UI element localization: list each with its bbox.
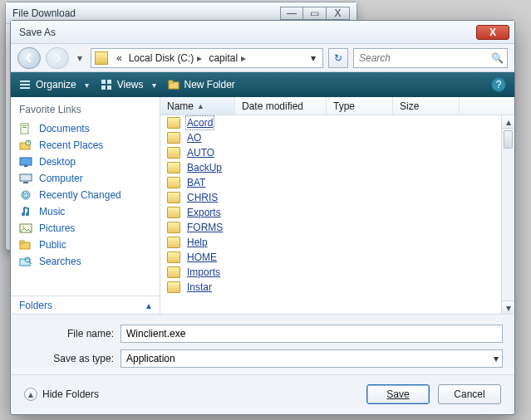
folder-row[interactable]: Exports [160,205,514,220]
breadcrumb-segment[interactable]: Local Disk (C:) [125,52,206,64]
column-name[interactable]: Name ▲ [160,97,235,115]
footer-buttons: Save Cancel [366,384,501,404]
documents-icon [19,123,32,134]
svg-rect-9 [21,124,28,134]
folder-icon [167,147,180,159]
save-as-dialog: Save As X ▾ « Local Disk (C:) capital ▾ … [10,20,515,415]
favorites-list: DocumentsRecent PlacesDesktopComputerRec… [11,120,160,295]
searches-icon [19,256,32,267]
column-type[interactable]: Type [327,97,393,115]
column-name-label: Name [167,100,194,112]
folders-label: Folders [19,300,52,311]
vertical-scrollbar[interactable]: ▴ ▾ [501,115,514,314]
music-icon [19,206,32,217]
back-button[interactable] [17,47,41,69]
dialog-title: Save As [19,27,56,38]
sidebar-item-searches[interactable]: Searches [11,253,160,270]
sidebar-item-label: Pictures [39,222,75,234]
svg-rect-0 [20,81,30,82]
column-size[interactable]: Size [393,97,460,115]
svg-rect-8 [169,81,173,83]
cancel-button[interactable]: Cancel [438,384,501,404]
folder-row[interactable]: BAT [160,175,514,190]
maximize-button[interactable]: ▭ [303,7,327,20]
chevron-down-icon: ▾ [506,302,511,314]
search-icon: 🔍 [491,52,504,64]
sidebar-item-desktop[interactable]: Desktop [11,154,160,170]
folder-row[interactable]: AUTO [160,145,514,160]
dialog-titlebar[interactable]: Save As X [11,21,514,44]
folder-row[interactable]: Help [160,235,514,250]
svg-rect-11 [22,127,27,128]
refresh-button[interactable]: ↻ [328,48,348,68]
folder-icon [167,177,180,188]
folder-row[interactable]: AO [160,130,514,145]
organize-menu[interactable]: Organize [19,79,89,90]
folder-icon [167,281,180,293]
help-button[interactable]: ? [491,77,506,92]
minimize-button[interactable]: — [280,7,303,20]
scroll-down-button[interactable]: ▾ [502,300,514,314]
scroll-thumb[interactable] [504,130,513,149]
column-size-label: Size [400,100,419,112]
sidebar-item-documents[interactable]: Documents [11,120,160,137]
folders-toggle[interactable]: Folders ▴ [11,295,160,314]
sidebar-item-recently-changed[interactable]: Recently Changed [11,187,160,203]
svg-rect-15 [24,165,27,167]
breadcrumb-dropdown[interactable]: ▾ [307,52,319,64]
hide-folders-toggle[interactable]: ▴ Hide Folders [24,388,99,401]
filename-label-text: File name: [67,328,114,339]
new-folder-button[interactable]: New Folder [168,79,235,90]
svg-rect-24 [20,241,24,243]
folder-name: FORMS [187,222,223,233]
organize-label: Organize [36,79,76,90]
command-toolbar: Organize Views New Folder ? [11,72,514,97]
sidebar-item-music[interactable]: Music [11,203,160,220]
sort-indicator-icon: ▲ [197,102,204,110]
filetype-select[interactable]: Application ▾ [120,349,503,368]
minimize-icon: — [287,7,297,19]
file-list[interactable]: AcordAOAUTOBackUpBATCHRISExportsFORMSHel… [160,115,514,314]
close-button[interactable]: X [327,7,350,20]
breadcrumb-segment[interactable]: capital [205,52,249,64]
column-date[interactable]: Date modified [235,97,327,115]
sidebar-item-label: Public [39,239,66,251]
folder-icon [167,266,180,278]
views-menu[interactable]: Views [101,79,156,90]
search-input[interactable] [359,52,502,64]
sidebar-item-public[interactable]: Public [11,237,160,253]
folder-name: CHRIS [187,192,218,203]
svg-rect-1 [20,84,30,85]
folder-row[interactable]: Imports [160,265,514,280]
forward-button[interactable] [46,47,69,69]
filename-input[interactable] [120,325,503,343]
svg-rect-3 [101,80,106,84]
save-form: File name: Save as type: Application ▾ [11,315,514,368]
svg-point-20 [26,212,29,216]
folder-row[interactable]: Acord [160,115,514,130]
chevron-down-icon: ▾ [77,52,82,64]
folder-row[interactable]: BackUp [160,160,514,175]
search-box[interactable]: 🔍 [353,48,508,68]
folder-icon [167,192,180,203]
breadcrumb-prefix: « [113,52,125,64]
sidebar-item-computer[interactable]: Computer [11,170,160,187]
folder-row[interactable]: CHRIS [160,190,514,205]
sidebar-item-label: Documents [39,123,90,134]
folder-row[interactable]: HOME [160,250,514,265]
chevron-up-icon: ▴ [146,300,151,311]
save-button[interactable]: Save [366,384,430,404]
breadcrumb[interactable]: « Local Disk (C:) capital ▾ [91,48,323,68]
filetype-value: Application [126,353,175,364]
favorites-header: Favorite Links [11,97,160,120]
sidebar-item-recent-places[interactable]: Recent Places [11,137,160,154]
folder-name: BAT [187,177,205,188]
sidebar-item-pictures[interactable]: Pictures [11,220,160,237]
folder-name: BackUp [187,162,222,173]
folder-row[interactable]: Instar [160,280,514,295]
svg-rect-14 [20,158,32,165]
folder-row[interactable]: FORMS [160,220,514,235]
scroll-up-button[interactable]: ▴ [502,115,514,129]
dialog-close-button[interactable]: X [476,25,509,40]
nav-history-dropdown[interactable]: ▾ [74,47,86,69]
